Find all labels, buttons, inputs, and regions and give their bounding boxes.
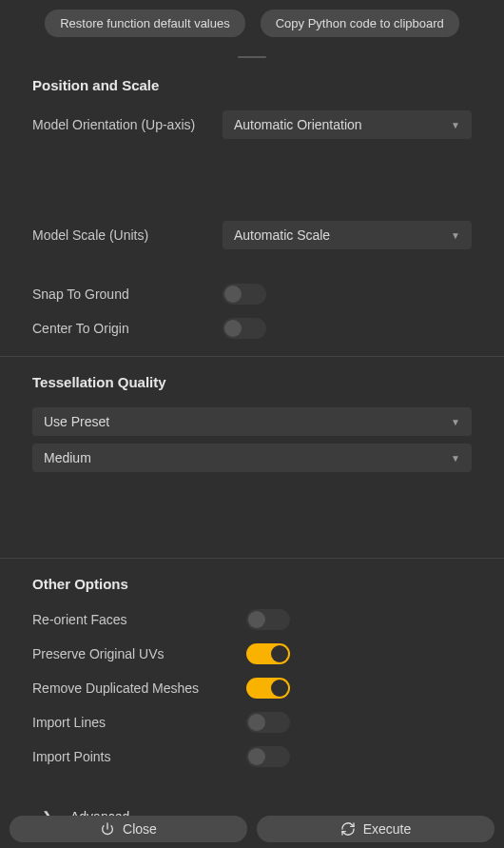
remove-dup-toggle[interactable] [246, 678, 290, 699]
chevron-down-icon: ▼ [451, 120, 460, 130]
import-lines-label: Import Lines [32, 715, 246, 730]
model-scale-value: Automatic Scale [234, 227, 330, 243]
power-icon [100, 821, 115, 837]
divider [0, 558, 504, 559]
preserve-uvs-label: Preserve Original UVs [32, 646, 246, 661]
model-scale-select[interactable]: Automatic Scale ▼ [223, 221, 472, 249]
divider-short [238, 56, 266, 58]
model-orientation-select[interactable]: Automatic Orientation ▼ [223, 110, 472, 139]
model-orientation-label: Model Orientation (Up-axis) [32, 117, 223, 132]
refresh-icon [340, 821, 356, 837]
snap-ground-toggle[interactable] [223, 284, 266, 305]
center-origin-label: Center To Origin [32, 321, 223, 336]
chevron-down-icon: ▼ [451, 453, 460, 463]
tessellation-mode-select[interactable]: Use Preset ▼ [32, 407, 472, 436]
tessellation-mode-value: Use Preset [44, 414, 109, 429]
execute-button[interactable]: Execute [257, 816, 494, 842]
section-title-other: Other Options [32, 576, 472, 592]
tessellation-preset-value: Medium [44, 450, 91, 465]
reorient-faces-label: Re-orient Faces [32, 612, 246, 627]
import-points-toggle[interactable] [246, 746, 290, 767]
tessellation-preset-select[interactable]: Medium ▼ [32, 444, 472, 472]
execute-label: Execute [363, 821, 412, 837]
chevron-down-icon: ▼ [451, 230, 460, 241]
close-button[interactable]: Close [10, 816, 247, 842]
center-origin-toggle[interactable] [223, 318, 266, 339]
model-orientation-value: Automatic Orientation [234, 117, 362, 132]
chevron-down-icon: ▼ [451, 417, 460, 427]
import-lines-toggle[interactable] [246, 712, 290, 733]
import-points-label: Import Points [32, 749, 246, 764]
model-scale-label: Model Scale (Units) [32, 227, 223, 243]
restore-defaults-button[interactable]: Restore function default values [45, 10, 245, 37]
section-title-tessellation: Tessellation Quality [32, 374, 472, 390]
preserve-uvs-toggle[interactable] [246, 643, 290, 664]
snap-ground-label: Snap To Ground [32, 286, 223, 302]
remove-dup-label: Remove Duplicated Meshes [32, 680, 246, 696]
section-title-position-scale: Position and Scale [32, 77, 472, 93]
reorient-faces-toggle[interactable] [246, 609, 290, 630]
close-label: Close [123, 821, 157, 837]
copy-python-button[interactable]: Copy Python code to clipboard [261, 10, 459, 37]
divider [0, 356, 504, 357]
